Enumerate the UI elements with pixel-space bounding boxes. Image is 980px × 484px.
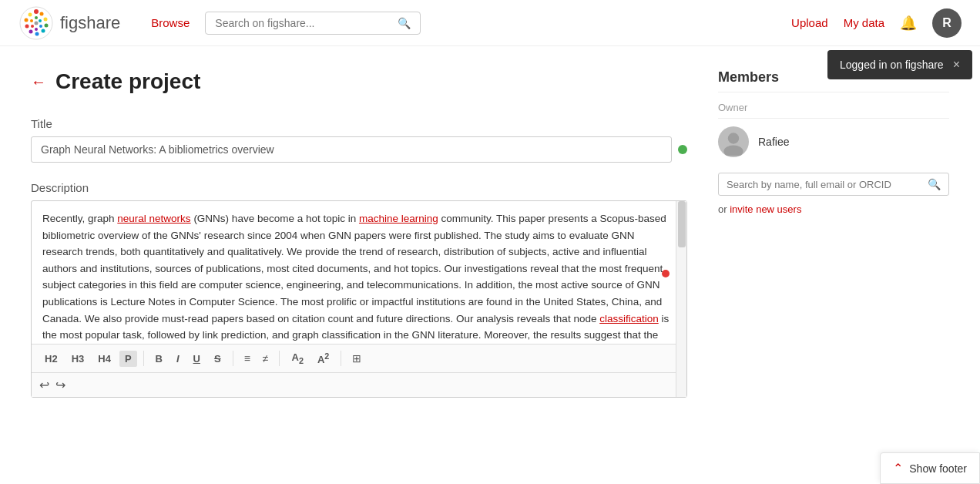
svg-point-7 — [29, 29, 33, 33]
svg-point-6 — [35, 32, 39, 35]
avatar[interactable]: R — [932, 8, 962, 38]
title-input-row — [31, 136, 687, 163]
svg-point-3 — [44, 17, 48, 21]
ol-button[interactable]: ≡ — [240, 350, 255, 367]
svg-point-5 — [42, 29, 45, 32]
inline-red-dot — [662, 270, 670, 277]
page-title: Create project — [55, 69, 200, 94]
ul-button[interactable]: ≠ — [258, 350, 274, 367]
title-input[interactable] — [31, 136, 672, 163]
svg-point-17 — [35, 21, 39, 25]
svg-point-11 — [35, 16, 38, 19]
h4-button[interactable]: H4 — [92, 351, 116, 367]
upload-link[interactable]: Upload — [791, 16, 828, 29]
owner-label: Owner — [718, 102, 949, 119]
svg-point-4 — [45, 23, 49, 27]
app-header: figshare Browse 🔍 Upload My data 🔔 R Log… — [0, 0, 980, 46]
h2-button[interactable]: H2 — [39, 351, 63, 367]
member-search-icon: 🔍 — [928, 178, 941, 190]
page-title-row: ← Create project — [31, 69, 687, 94]
svg-point-18 — [728, 133, 739, 143]
p-button[interactable]: P — [119, 351, 137, 367]
invite-link-row: or invite new users — [718, 203, 949, 215]
description-editor[interactable]: Recently, graph neural networks (GNNs) h… — [31, 200, 687, 398]
member-search-input[interactable] — [727, 179, 923, 190]
svg-point-9 — [25, 18, 29, 22]
description-field-label: Description — [31, 181, 687, 194]
bell-icon[interactable]: 🔔 — [900, 15, 917, 32]
invite-new-users-link[interactable]: invite new users — [730, 203, 801, 215]
italic-button[interactable]: I — [171, 351, 185, 367]
search-bar[interactable]: 🔍 — [205, 12, 421, 35]
right-panel: Members Owner Rafiee 🔍 or invite new use… — [718, 69, 949, 398]
svg-point-2 — [40, 12, 44, 15]
toolbar-sep-4 — [341, 351, 341, 366]
header-right: Upload My data 🔔 R — [791, 8, 962, 38]
svg-point-19 — [723, 146, 743, 156]
subscript-button[interactable]: A2 — [286, 349, 308, 368]
owner-name: Rafiee — [758, 136, 789, 148]
svg-point-12 — [39, 19, 42, 22]
svg-point-14 — [35, 28, 38, 31]
toolbar-sep-3 — [279, 351, 280, 366]
table-button[interactable]: ⊞ — [347, 350, 366, 367]
figshare-logo-icon — [18, 5, 54, 41]
my-data-link[interactable]: My data — [844, 16, 884, 29]
logo-link[interactable]: figshare — [18, 5, 120, 41]
svg-point-16 — [30, 19, 33, 22]
title-field-label: Title — [31, 117, 687, 130]
redo-button[interactable]: ↪ — [55, 378, 65, 392]
description-text-3: community. This paper presents a Scopus-… — [42, 213, 666, 324]
owner-avatar-icon — [720, 128, 747, 156]
svg-point-1 — [34, 9, 39, 14]
undo-redo-toolbar: ↩ ↪ — [32, 372, 686, 397]
strikethrough-button[interactable]: S — [209, 351, 227, 367]
bold-button[interactable]: B — [150, 351, 168, 367]
notification-popup: Logged in on figshare × — [827, 50, 972, 79]
h3-button[interactable]: H3 — [66, 351, 90, 367]
logo-text: figshare — [60, 13, 120, 33]
editor-scrollbar[interactable] — [676, 201, 686, 397]
editor-scroll-thumb[interactable] — [678, 201, 686, 247]
underline-button[interactable]: U — [188, 351, 206, 367]
svg-point-8 — [25, 24, 29, 28]
svg-point-13 — [39, 25, 42, 28]
machine-learning-link[interactable]: machine learning — [359, 213, 438, 224]
title-status-dot — [678, 145, 687, 154]
undo-button[interactable]: ↩ — [39, 378, 49, 392]
editor-toolbar: H2 H3 H4 P B I U S ≡ ≠ A2 A2 ⊞ — [32, 344, 686, 372]
member-search-row[interactable]: 🔍 — [718, 173, 949, 196]
svg-point-15 — [31, 25, 34, 28]
search-input[interactable] — [215, 17, 398, 29]
description-text-1: Recently, graph — [42, 213, 117, 224]
description-text-2: (GNNs) have become a hot topic in — [191, 213, 359, 224]
classification-link[interactable]: classification — [599, 313, 659, 324]
owner-avatar — [718, 126, 749, 157]
browse-link[interactable]: Browse — [151, 16, 190, 29]
toolbar-sep-2 — [233, 351, 233, 366]
or-text: or — [718, 203, 727, 215]
editor-content-area[interactable]: Recently, graph neural networks (GNNs) h… — [32, 201, 686, 344]
search-icon: 🔍 — [398, 17, 411, 29]
back-arrow-button[interactable]: ← — [31, 73, 46, 91]
neural-networks-link[interactable]: neural networks — [117, 213, 190, 224]
toolbar-sep-1 — [143, 351, 144, 366]
left-panel: ← Create project Title Description Recen… — [31, 69, 687, 398]
owner-row: Rafiee — [718, 126, 949, 157]
superscript-button[interactable]: A2 — [312, 349, 334, 368]
notification-text: Logged in on figshare — [840, 59, 944, 71]
main-content: ← Create project Title Description Recen… — [0, 46, 980, 421]
svg-point-10 — [29, 12, 32, 16]
close-notification-button[interactable]: × — [953, 58, 960, 72]
